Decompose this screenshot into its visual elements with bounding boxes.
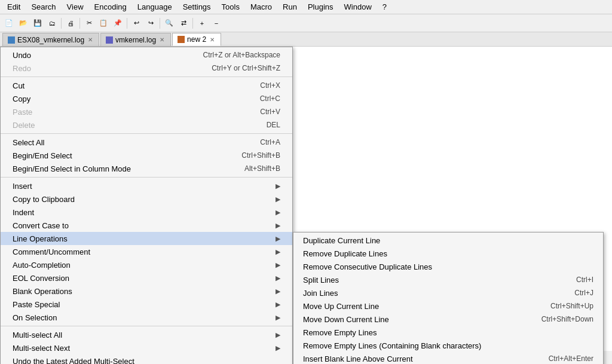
- submenu-arrow-icon: ▶: [276, 209, 280, 216]
- menu-item-begin-end-column[interactable]: Begin/End Select in Column Mode Alt+Shif…: [1, 162, 292, 175]
- lo-item-label: Move Down Current Line: [303, 315, 389, 324]
- lo-join-lines[interactable]: Join Lines Ctrl+J: [293, 286, 603, 299]
- redo-btn[interactable]: ↪: [144, 17, 157, 30]
- lo-item-label: Remove Empty Lines: [303, 328, 377, 337]
- menu-item-line-operations[interactable]: Line Operations ▶: [1, 232, 292, 245]
- lo-item-label: Join Lines: [303, 289, 338, 298]
- menu-item-label: Copy: [13, 94, 30, 103]
- menu-item-label: Copy to Clipboard: [13, 195, 75, 204]
- tab-close-2[interactable]: ✕: [158, 36, 166, 43]
- menu-tools[interactable]: Tools: [217, 1, 244, 13]
- menu-item-select-all[interactable]: Select All Ctrl+A: [1, 136, 292, 149]
- menu-edit[interactable]: Edit: [2, 1, 25, 13]
- line-operations-submenu: Duplicate Current Line Remove Duplicate …: [293, 232, 604, 364]
- menu-item-cut[interactable]: Cut Ctrl+X: [1, 79, 292, 92]
- menu-item-paste: Paste Ctrl+V: [1, 105, 292, 118]
- submenu-arrow-icon: ▶: [276, 331, 280, 339]
- save-all-btn[interactable]: 🗂: [45, 17, 59, 30]
- lo-item-label: Remove Consecutive Duplicate Lines: [303, 262, 432, 271]
- menu-item-comment[interactable]: Comment/Uncomment ▶: [1, 245, 292, 258]
- menu-item-label: Paste Special: [13, 300, 60, 309]
- menu-item-label: Line Operations: [13, 234, 68, 243]
- menu-search[interactable]: Search: [26, 1, 60, 13]
- undo-btn[interactable]: ↩: [130, 17, 143, 30]
- new-file-btn[interactable]: 📄: [2, 17, 16, 30]
- print-btn[interactable]: 🖨: [64, 17, 77, 30]
- menu-item-auto-completion[interactable]: Auto-Completion ▶: [1, 258, 292, 271]
- menu-item-label: Select All: [13, 138, 44, 147]
- zoom-out-btn[interactable]: −: [210, 17, 223, 30]
- menu-item-undo[interactable]: Undo Ctrl+Z or Alt+Backspace: [1, 48, 292, 62]
- toolbar-sep-2: [79, 18, 80, 29]
- menu-settings[interactable]: Settings: [178, 1, 216, 13]
- lo-duplicate-line[interactable]: Duplicate Current Line: [293, 234, 603, 247]
- menu-item-paste-special[interactable]: Paste Special ▶: [1, 298, 292, 311]
- submenu-arrow-icon: ▶: [276, 314, 280, 322]
- menu-window[interactable]: Window: [339, 1, 377, 13]
- lo-remove-empty[interactable]: Remove Empty Lines: [293, 326, 603, 339]
- menu-encoding[interactable]: Encoding: [90, 1, 131, 13]
- menu-item-multiselect-next[interactable]: Multi-select Next ▶: [1, 341, 292, 354]
- menu-item-label: Delete: [13, 121, 35, 130]
- lo-move-down[interactable]: Move Down Current Line Ctrl+Shift+Down: [293, 313, 603, 326]
- menu-item-label: Redo: [13, 64, 31, 73]
- toolbar-sep-4: [160, 18, 160, 29]
- lo-move-up[interactable]: Move Up Current Line Ctrl+Shift+Up: [293, 299, 603, 313]
- lo-remove-consecutive-duplicate[interactable]: Remove Consecutive Duplicate Lines: [293, 260, 603, 273]
- menu-item-label: Indent: [13, 208, 34, 217]
- save-btn[interactable]: 💾: [31, 17, 44, 30]
- menu-item-eol-conversion[interactable]: EOL Conversion ▶: [1, 271, 292, 285]
- menu-item-label: On Selection: [13, 313, 57, 322]
- menu-help[interactable]: ?: [378, 1, 391, 13]
- submenu-arrow-icon: ▶: [276, 287, 280, 295]
- submenu-arrow-icon: ▶: [276, 261, 280, 269]
- submenu-arrow-icon: ▶: [276, 344, 280, 352]
- menu-item-label: Paste: [13, 108, 32, 117]
- paste-btn[interactable]: 📌: [111, 17, 124, 30]
- menu-item-copy-clipboard[interactable]: Copy to Clipboard ▶: [1, 192, 292, 206]
- menu-item-label: Undo the Latest Added Multi-Select: [13, 357, 134, 365]
- menu-item-label: Insert: [13, 182, 32, 191]
- menu-item-label: Multi-select Next: [13, 344, 70, 353]
- menu-item-on-selection[interactable]: On Selection ▶: [1, 311, 292, 324]
- submenu-arrow-icon: ▶: [276, 274, 280, 282]
- tab-esx08[interactable]: ESX08_vmkernel.log ✕: [2, 33, 99, 46]
- menu-item-begin-end-select[interactable]: Begin/End Select Ctrl+Shift+B: [1, 149, 292, 162]
- menu-run[interactable]: Run: [278, 1, 302, 13]
- menu-bar[interactable]: Edit Search View Encoding Language Setti…: [0, 0, 612, 14]
- tab-new2[interactable]: new 2 ✕: [172, 33, 221, 46]
- lo-item-label: Remove Duplicate Lines: [303, 249, 387, 258]
- menu-item-shortcut: Ctrl+V: [248, 108, 280, 116]
- lo-remove-duplicate[interactable]: Remove Duplicate Lines: [293, 247, 603, 260]
- menu-item-copy[interactable]: Copy Ctrl+C: [1, 92, 292, 105]
- menu-plugins[interactable]: Plugins: [303, 1, 338, 13]
- main-area: verity Sensor Name Sensor Type nation] […: [0, 47, 612, 351]
- menu-item-undo-multiselect[interactable]: Undo the Latest Added Multi-Select: [1, 354, 292, 364]
- lo-remove-empty-blank[interactable]: Remove Empty Lines (Containing Blank cha…: [293, 339, 603, 352]
- menu-item-indent[interactable]: Indent ▶: [1, 206, 292, 219]
- lo-insert-above[interactable]: Insert Blank Line Above Current Ctrl+Alt…: [293, 352, 603, 364]
- menu-macro[interactable]: Macro: [246, 1, 277, 13]
- tab-close-3[interactable]: ✕: [209, 36, 216, 43]
- find-btn[interactable]: 🔍: [163, 17, 176, 30]
- tab-icon-3: [178, 36, 185, 43]
- menu-item-label: Begin/End Select in Column Mode: [13, 164, 131, 173]
- menu-item-blank-operations[interactable]: Blank Operations ▶: [1, 285, 292, 298]
- replace-btn[interactable]: ⇄: [177, 17, 190, 30]
- lo-item-shortcut: Ctrl+I: [564, 276, 593, 284]
- menu-view[interactable]: View: [62, 1, 88, 13]
- menu-item-convert-case[interactable]: Convert Case to ▶: [1, 219, 292, 232]
- open-file-btn[interactable]: 📂: [17, 17, 30, 30]
- menu-item-label: Begin/End Select: [13, 151, 72, 160]
- tab-vmkernel[interactable]: vmkernel.log ✕: [100, 33, 171, 46]
- zoom-in-btn[interactable]: +: [195, 17, 209, 30]
- menu-item-shortcut: Ctrl+Z or Alt+Backspace: [191, 51, 280, 59]
- tab-close-1[interactable]: ✕: [87, 36, 94, 43]
- copy-btn[interactable]: 📋: [97, 17, 110, 30]
- menu-item-multiselect-all[interactable]: Multi-select All ▶: [1, 328, 292, 341]
- menu-item-insert[interactable]: Insert ▶: [1, 179, 292, 192]
- cut-btn[interactable]: ✂: [82, 17, 96, 30]
- menu-item-shortcut: Ctrl+A: [248, 138, 280, 146]
- menu-language[interactable]: Language: [133, 1, 177, 13]
- lo-split-lines[interactable]: Split Lines Ctrl+I: [293, 273, 603, 286]
